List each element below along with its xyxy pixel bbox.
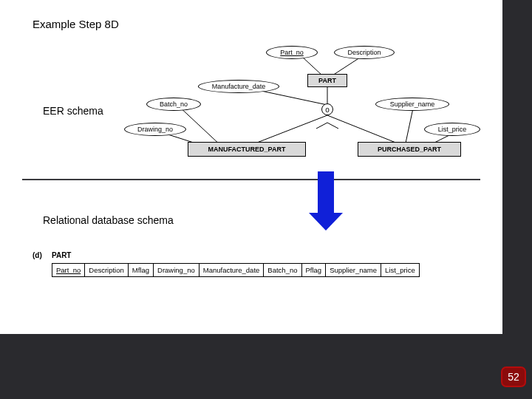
table-row: Part_no Description Mflag Drawing_no Man… (52, 264, 420, 277)
col-drawing-no: Drawing_no (154, 264, 200, 277)
entity-manufactured-part: MANUFACTURED_PART (188, 142, 306, 157)
col-batch-no: Batch_no (264, 264, 301, 277)
attr-batch-no: Batch_no (146, 98, 201, 111)
svg-line-8 (405, 105, 414, 146)
slide-content: Example Step 8D EER schema Part_no Descr… (0, 0, 502, 334)
svg-line-6 (177, 105, 222, 146)
attr-manufacture-date: Manufacture_date (198, 80, 279, 93)
sidebar-bottom (0, 334, 532, 399)
arrow-body (318, 171, 334, 214)
col-mflag: Mflag (128, 264, 153, 277)
relational-label: Relational database schema (43, 214, 174, 226)
overlap-constraint: o (321, 103, 333, 115)
col-pflag: Pflag (301, 264, 326, 277)
divider (22, 179, 480, 180)
attr-supplier-name: Supplier_name (375, 98, 449, 111)
svg-line-0 (301, 56, 322, 75)
attr-part-no: Part_no (266, 46, 318, 59)
svg-line-1 (332, 56, 362, 75)
attr-list-price: List_price (424, 123, 480, 136)
arrow-down-icon (309, 213, 343, 231)
eer-diagram: Part_no Description Manufacture_date PAR… (111, 46, 495, 166)
relational-table: Part_no Description Mflag Drawing_no Man… (52, 263, 420, 277)
table-prefix: (d) (33, 251, 42, 259)
entity-purchased-part: PURCHASED_PART (358, 142, 461, 157)
attr-drawing-no: Drawing_no (124, 123, 186, 136)
col-part-no: Part_no (52, 264, 85, 277)
table-name: PART (52, 251, 71, 259)
attr-description: Description (334, 46, 395, 59)
slide-title: Example Step 8D (33, 18, 119, 30)
entity-part: PART (307, 74, 347, 87)
col-manufacture-date: Manufacture_date (199, 264, 264, 277)
col-list-price: List_price (381, 264, 420, 277)
col-description: Description (85, 264, 129, 277)
eer-label: EER schema (43, 105, 103, 117)
page-number-badge: 52 (501, 366, 526, 387)
col-supplier-name: Supplier_name (326, 264, 381, 277)
